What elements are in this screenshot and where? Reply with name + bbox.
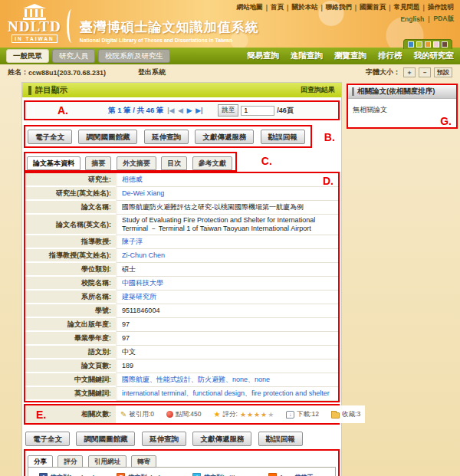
field-label: 校院名稱: <box>25 277 116 291</box>
divider: | <box>266 4 268 11</box>
library-copy-button-2[interactable]: 調閱國圖館藏 <box>76 432 135 446</box>
fulltext-button-2[interactable]: 電子全文 <box>25 432 70 446</box>
theme-swatch-brown[interactable] <box>442 41 448 48</box>
value-keywords-en[interactable]: international terminal、functional design… <box>122 389 330 398</box>
link-ncl-home[interactable]: 國圖首頁 <box>360 3 386 12</box>
table-row: 英文關鍵詞: international terminal、functional… <box>25 387 338 401</box>
prev-page-button[interactable]: ◀ <box>178 107 183 114</box>
annotation-box-f: F. 分享 評分 引用網址 轉寄 f推文到facebook P推文到plurk … <box>24 449 340 476</box>
share-plurk[interactable]: P推文到plurk <box>107 473 182 476</box>
divider: | <box>355 4 356 11</box>
nav-browse-search[interactable]: 瀏覽查詢 <box>334 51 366 61</box>
font-decrease-button[interactable]: － <box>419 67 431 77</box>
divider: | <box>428 15 429 23</box>
field-label: 研究生: <box>25 173 116 187</box>
audience-tab-general[interactable]: 一般民眾 <box>6 49 49 63</box>
site-logo[interactable]: NDLTD IN TAIWAN 臺灣博碩士論文知識加值系統 National D… <box>8 4 259 43</box>
table-row: 論文頁數: 189 <box>25 359 338 373</box>
theme-swatch-blue[interactable] <box>408 41 414 48</box>
value-keywords-zh[interactable]: 國際航廈、性能式設計、防火避難、none、none <box>122 376 270 384</box>
field-label: 論文名稱(英文名): <box>25 215 116 235</box>
audience-tab-school[interactable]: 校院系所及研究生 <box>98 49 170 63</box>
annotation-box-e: E. 相關次數: ✎被引用:0 點閱:450 ★評分:★★★★★ ↓下載:12 … <box>24 404 340 425</box>
font-increase-button[interactable]: ＋ <box>403 67 416 77</box>
share-tab-rate[interactable]: 評分 <box>58 455 83 468</box>
share-tab-cite-url[interactable]: 引用網址 <box>88 455 127 468</box>
nav-my-workspace[interactable]: 我的研究室 <box>414 51 455 61</box>
link-help[interactable]: 操作說明 <box>428 3 454 12</box>
font-size-label: 字體大小： <box>366 67 400 77</box>
theme-swatch-green[interactable] <box>416 41 422 48</box>
value-language: 中文 <box>122 348 136 356</box>
nav-advanced-search[interactable]: 進階查詢 <box>291 51 323 61</box>
first-page-button[interactable]: |◀ <box>167 107 174 114</box>
font-default-button[interactable]: 預設 <box>434 67 452 77</box>
divider: | <box>320 4 322 11</box>
value-advisor[interactable]: 陳子淳 <box>122 238 143 246</box>
main-nav: 一般民眾 研究人員 校院系所及研究生 簡易查詢 進階查詢 瀏覽查詢 排行榜 我的… <box>0 48 460 64</box>
extended-search-button[interactable]: 延伸查詢 <box>144 130 189 144</box>
share-tabs: 分享 評分 引用網址 轉寄 <box>28 453 336 468</box>
document-delivery-button-2[interactable]: 文獻傳遞服務 <box>192 432 251 446</box>
site-title: 臺灣博碩士論文知識加值系統 <box>80 18 259 36</box>
view-count: 點閱:450 <box>166 410 202 419</box>
user-bar: 姓名： ccw88u1(203.70.68.231) 登出系統 字體大小： ＋ … <box>0 64 460 80</box>
tab-basic-info[interactable]: 論文基本資料 <box>27 156 80 170</box>
link-english[interactable]: English <box>400 15 424 23</box>
page-title: 詳目顯示 <box>35 85 67 96</box>
jump-page-input[interactable] <box>241 106 274 116</box>
value-advisor-en[interactable]: Zi-Chun Chen <box>122 251 165 260</box>
logo-acronym: NDLTD <box>8 21 61 33</box>
tab-abstract[interactable]: 摘要 <box>85 156 111 170</box>
share-twitter[interactable]: t推文到twitter <box>183 473 258 476</box>
link-pda[interactable]: PDA版 <box>434 15 454 24</box>
fulltext-button[interactable]: 電子全文 <box>28 130 72 144</box>
tab-toc[interactable]: 目次 <box>161 156 187 170</box>
annotation-label-d: D. <box>323 176 334 186</box>
value-author-en[interactable]: De-Wei Xiang <box>122 189 164 198</box>
error-report-button[interactable]: 勘誤回報 <box>261 130 305 144</box>
theme-swatch-pink[interactable] <box>433 41 439 48</box>
table-row: 研究生: 相德威 <box>25 173 338 187</box>
citation-icon: ✎ <box>120 411 127 419</box>
document-delivery-button[interactable]: 文獻傳遞服務 <box>195 130 254 144</box>
link-home[interactable]: 首頁 <box>271 3 284 12</box>
nav-ranking[interactable]: 排行榜 <box>378 51 402 61</box>
logout-link[interactable]: 登出系統 <box>138 67 166 77</box>
value-school[interactable]: 中國科技大學 <box>122 279 163 287</box>
tab-abstract-en[interactable]: 外文摘要 <box>117 156 156 170</box>
nav-menu: 簡易查詢 進階查詢 瀏覽查詢 排行榜 我的研究室 <box>247 51 454 61</box>
link-about[interactable]: 關於本站 <box>291 3 317 12</box>
field-label: 英文關鍵詞: <box>25 387 116 401</box>
download-icon: ↓ <box>286 411 294 419</box>
tab-references[interactable]: 參考文獻 <box>192 156 232 170</box>
table-row: 指導教授: 陳子淳 <box>25 235 338 249</box>
link-contact[interactable]: 聯絡我們 <box>326 3 352 12</box>
rating-stars[interactable]: ★★★★★ <box>240 411 274 419</box>
value-author[interactable]: 相德威 <box>122 176 143 184</box>
jump-button[interactable]: 跳至 <box>218 104 238 117</box>
share-tab-forward[interactable]: 轉寄 <box>131 455 156 468</box>
link-faq[interactable]: 常見問題 <box>394 3 420 12</box>
theme-swatch-orange[interactable] <box>425 41 431 48</box>
error-report-button-2[interactable]: 勘誤回報 <box>258 432 303 446</box>
nav-simple-search[interactable]: 簡易查詢 <box>247 51 279 61</box>
table-row: 論文名稱(英文名): Study of Evaluating Fire Prot… <box>25 215 338 235</box>
next-page-button[interactable]: ▶ <box>187 107 192 114</box>
share-tab-share[interactable]: 分享 <box>28 455 53 468</box>
field-label: 中文關鍵詞: <box>25 373 116 387</box>
link-sitemap[interactable]: 網站地圖 <box>237 3 263 12</box>
share-facebook[interactable]: f推文到facebook <box>30 473 106 476</box>
extended-search-button-2[interactable]: 延伸查詢 <box>142 432 186 446</box>
back-to-results-link[interactable]: 回查詢結果 <box>301 85 335 95</box>
audience-tab-researcher[interactable]: 研究人員 <box>52 49 95 63</box>
table-row: 校院名稱: 中國科技大學 <box>25 277 338 291</box>
library-copy-button[interactable]: 調閱國圖館藏 <box>78 130 137 144</box>
last-page-button[interactable]: ▶| <box>196 107 202 114</box>
value-department[interactable]: 建築研究所 <box>122 293 156 301</box>
annotation-box-d: D. 研究生: 相德威 研究生(英文姓名): De-Wei Xiang 論文名稱… <box>24 172 340 402</box>
site-header: NDLTD IN TAIWAN 臺灣博碩士論文知識加值系統 National D… <box>0 0 460 48</box>
share-funp[interactable]: nfunp 推推王 <box>259 473 334 476</box>
folder-icon <box>331 412 340 419</box>
value-degree: 碩士 <box>122 265 136 274</box>
